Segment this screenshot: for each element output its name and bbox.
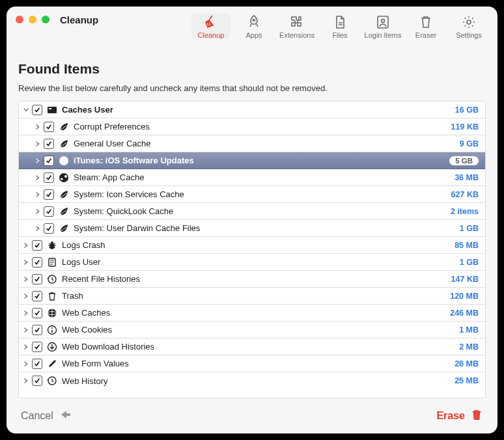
list-row[interactable]: Logs User 1 GB — [19, 254, 485, 271]
drive-icon — [46, 104, 58, 116]
zoom-window-button[interactable] — [42, 16, 49, 23]
disclosure-triangle[interactable] — [20, 107, 32, 113]
list-row[interactable]: Trash 120 MB — [19, 288, 485, 305]
row-checkbox[interactable] — [32, 325, 42, 335]
row-checkbox[interactable] — [44, 223, 54, 234]
row-checkbox[interactable] — [44, 122, 54, 132]
disclosure-triangle[interactable] — [20, 378, 32, 384]
row-name: Caches User — [62, 105, 455, 115]
disclosure-triangle[interactable] — [20, 293, 32, 299]
row-size: 25 MB — [455, 376, 479, 385]
disclosure-triangle[interactable] — [20, 276, 32, 282]
erase-button[interactable]: Erase — [436, 408, 483, 424]
row-checkbox[interactable] — [44, 139, 54, 149]
window-title: Cleanup — [60, 14, 98, 25]
row-checkbox[interactable] — [32, 291, 42, 301]
row-checkbox[interactable] — [32, 257, 42, 268]
row-name: Corrupt Preferences — [74, 122, 451, 131]
toolbar-label: Settings — [456, 31, 482, 39]
history-icon — [46, 273, 58, 285]
disclosure-triangle[interactable] — [32, 225, 44, 232]
disclosure-triangle[interactable] — [32, 124, 44, 130]
row-size: 16 GB — [455, 105, 479, 115]
row-size: 2 MB — [459, 342, 479, 351]
toolbar-eraser[interactable]: Eraser — [406, 13, 445, 39]
list-row[interactable]: System: QuickLook Cache 2 items — [19, 203, 485, 220]
row-checkbox[interactable] — [44, 172, 54, 183]
row-checkbox[interactable] — [44, 156, 54, 166]
list-row[interactable]: System: User Darwin Cache Files 1 GB — [19, 220, 485, 237]
row-checkbox[interactable] — [32, 105, 42, 115]
row-checkbox[interactable] — [32, 308, 42, 318]
row-size: 36 MB — [455, 173, 479, 182]
row-size: 627 KB — [451, 190, 479, 199]
file-icon — [332, 14, 348, 30]
disclosure-triangle[interactable] — [32, 191, 44, 198]
list-row[interactable]: Web Form Values 26 MB — [19, 355, 485, 372]
list-row[interactable]: Web Caches 246 MB — [19, 305, 485, 322]
disclosure-triangle[interactable] — [32, 208, 44, 215]
history-icon — [46, 375, 58, 387]
leaf-icon — [58, 138, 70, 150]
back-arrow-icon — [59, 408, 72, 424]
info-icon — [46, 324, 58, 336]
list-row[interactable]: Logs Crash 85 MB — [19, 237, 485, 254]
toolbar-apps[interactable]: Apps — [234, 13, 273, 39]
list-row[interactable]: iTunes: iOS Software Updates 5 GB — [19, 152, 485, 169]
row-checkbox[interactable] — [44, 189, 54, 200]
disclosure-triangle[interactable] — [20, 310, 32, 316]
cancel-button[interactable]: Cancel — [21, 408, 72, 424]
disclosure-triangle[interactable] — [20, 259, 32, 266]
row-checkbox[interactable] — [32, 274, 42, 284]
trash-icon — [418, 14, 434, 30]
toolbar-settings[interactable]: Settings — [449, 13, 488, 39]
erase-label: Erase — [436, 410, 465, 422]
list-row[interactable]: General User Cache 9 GB — [19, 135, 485, 152]
titlebar: Cleanup Cleanup Apps Extensions Files Lo… — [7, 7, 497, 42]
cancel-label: Cancel — [21, 410, 53, 422]
page-icon — [46, 256, 58, 268]
disclosure-triangle[interactable] — [20, 344, 32, 350]
row-size: 85 MB — [455, 241, 479, 250]
toolbar-cleanup[interactable]: Cleanup — [191, 13, 231, 39]
disclosure-triangle[interactable] — [20, 361, 32, 367]
row-size: 147 KB — [451, 275, 479, 284]
row-checkbox[interactable] — [32, 376, 42, 386]
page-description: Review the list below carefully and unch… — [18, 83, 486, 93]
broom-icon — [203, 14, 219, 30]
disclosure-triangle[interactable] — [32, 174, 44, 181]
disclosure-triangle[interactable] — [32, 158, 44, 164]
traffic-lights — [16, 16, 49, 23]
close-window-button[interactable] — [16, 16, 23, 23]
list-row[interactable]: Recent File Histories 147 KB — [19, 271, 485, 288]
toolbar-label: Files — [332, 31, 347, 39]
row-checkbox[interactable] — [32, 240, 42, 251]
row-checkbox[interactable] — [32, 342, 42, 352]
leaf-icon — [58, 206, 70, 217]
list-row[interactable]: Web History 25 MB — [19, 372, 485, 389]
row-size: 9 GB — [460, 139, 479, 148]
list-row[interactable]: Steam: App Cache 36 MB — [19, 169, 485, 186]
list-row[interactable]: Web Cookies 1 MB — [19, 322, 485, 338]
row-size: 1 GB — [460, 258, 479, 267]
list-row[interactable]: Corrupt Preferences 119 KB — [19, 118, 485, 135]
disclosure-triangle[interactable] — [20, 327, 32, 333]
row-checkbox[interactable] — [32, 359, 42, 369]
results-list: Caches User 16 GB Corrupt Preferences 11… — [18, 101, 486, 398]
app-window: Cleanup Cleanup Apps Extensions Files Lo… — [7, 7, 497, 433]
disclosure-triangle[interactable] — [20, 242, 32, 249]
toolbar-login-items[interactable]: Login Items — [363, 13, 402, 39]
toolbar-files[interactable]: Files — [320, 13, 359, 39]
results-scroller[interactable]: Caches User 16 GB Corrupt Preferences 11… — [19, 102, 485, 398]
row-name: iTunes: iOS Software Updates — [74, 156, 449, 165]
row-name: System: User Darwin Cache Files — [74, 223, 460, 233]
disclosure-triangle[interactable] — [32, 141, 44, 147]
list-row[interactable]: System: Icon Services Cache 627 KB — [19, 186, 485, 203]
list-row[interactable]: Web Download Histories 2 MB — [19, 338, 485, 355]
toolbar: Cleanup Apps Extensions Files Login Item… — [191, 13, 488, 39]
row-checkbox[interactable] — [44, 206, 54, 217]
row-size: 120 MB — [450, 292, 479, 301]
minimize-window-button[interactable] — [29, 16, 36, 23]
list-row[interactable]: Caches User 16 GB — [19, 102, 485, 118]
toolbar-extensions[interactable]: Extensions — [277, 13, 316, 39]
